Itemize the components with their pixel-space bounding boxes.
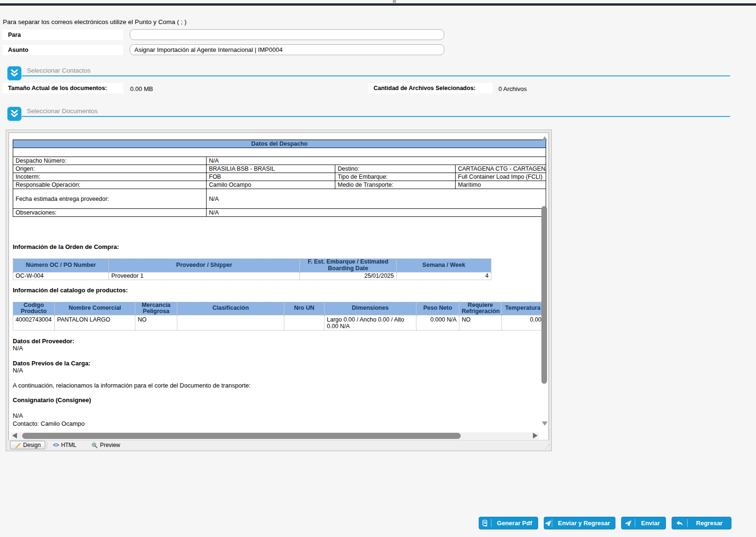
consignatario-contact: Contacto: Camilo Ocampo <box>13 420 548 427</box>
table-cell: Proveedor 1 <box>109 272 300 280</box>
column-header: Número OC / PO Number <box>13 259 109 273</box>
table-cell: 0.000 N/A <box>416 315 459 330</box>
table-cell: BRASILIA BSB - BRASIL <box>207 165 335 173</box>
table-cell: 4 <box>397 272 491 280</box>
code-icon: <> <box>53 442 58 448</box>
table-cell: PANTALON LARGO <box>55 315 135 330</box>
table-cell <box>177 315 284 330</box>
window-edge-artifact <box>393 0 396 3</box>
table-header-row: Codigo Producto Nombre Comercial Mercanc… <box>13 302 544 315</box>
para-field-label: Para <box>2 30 123 40</box>
orden-compra-heading: Información de la Orden de Compra: <box>13 243 548 250</box>
generate-pdf-icon <box>479 519 491 527</box>
table-row: Responsable Operación: Camilo Ocampo Med… <box>13 181 546 189</box>
window-top-edge <box>0 3 756 6</box>
scroll-left-arrow-icon[interactable] <box>12 433 17 438</box>
tab-design[interactable]: Design <box>10 441 45 449</box>
column-header: Temperatura <box>502 302 544 315</box>
table-cell: Fecha estimada entrega proveedor: <box>13 189 207 209</box>
files-count-label: Cantidad de Archivos Selecionados: <box>368 83 493 93</box>
column-header: Clasificación <box>177 302 284 315</box>
proveedor-heading: Datos del Proveedor: <box>13 338 548 345</box>
scroll-down-arrow-icon[interactable] <box>542 421 548 426</box>
consignatario-value: N/A <box>13 412 548 419</box>
email-body-design-surface[interactable]: Datos del Despacho Despacho Número: N/A … <box>8 132 549 440</box>
table-row: Datos del Despacho <box>13 140 546 148</box>
email-separator-instructions: Para separar los correos electrónicos ut… <box>3 18 186 25</box>
documents-section-divider <box>7 116 730 117</box>
button-label: Generar Pdf <box>491 520 538 527</box>
table-row: Observaciones: N/A <box>13 209 546 217</box>
column-header: Requiere Refrigeración <box>459 302 502 315</box>
button-label: Enviar y Regresar <box>552 520 616 527</box>
double-chevron-down-icon[interactable] <box>7 66 22 81</box>
table-cell: Tipo de Embarque: <box>335 173 456 181</box>
proveedor-value: N/A <box>13 345 548 352</box>
table-cell: 40002743004 <box>13 315 55 330</box>
editor-vertical-scrollbar[interactable] <box>541 134 548 430</box>
asunto-input[interactable] <box>130 44 444 55</box>
documents-size-label: Tamaño Actual de los documentos: <box>2 83 123 93</box>
table-cell: Incoterm: <box>13 173 207 181</box>
table-cell: Full Container Load Impo (FCLI) <box>456 173 546 181</box>
carga-heading: Datos Previos de la Carga: <box>13 360 548 367</box>
magnifier-icon <box>91 442 98 448</box>
pencil-icon <box>15 442 21 448</box>
tab-label: HTML <box>61 442 76 448</box>
table-cell: FOB <box>207 173 335 181</box>
email-body-editor: Datos del Despacho Despacho Número: N/A … <box>6 130 552 451</box>
table-cell: Observaciones: <box>13 209 207 217</box>
button-label: Regresar <box>688 520 731 527</box>
editor-mode-tabstrip: Design <> HTML Preview <box>8 440 549 450</box>
despacho-table-title: Datos del Despacho <box>13 140 546 148</box>
table-cell: Despacho Número: <box>13 157 207 165</box>
horizontal-scrollbar-thumb[interactable] <box>22 433 461 439</box>
vertical-scrollbar-thumb[interactable] <box>541 206 547 384</box>
enviar-y-regresar-button[interactable]: Enviar y Regresar <box>544 517 615 529</box>
column-header: Codigo Producto <box>13 302 55 315</box>
table-cell: NO <box>459 315 502 330</box>
tab-preview[interactable]: Preview <box>87 441 125 449</box>
tab-divider <box>47 442 47 449</box>
table-cell: Origen: <box>13 165 207 173</box>
table-cell: Marítimo <box>456 181 546 189</box>
catalogo-heading: Información del catalogo de productos: <box>13 287 548 294</box>
table-header-row: Número OC / PO Number Proveedor / Shippe… <box>13 259 491 273</box>
table-row: Fecha estimada entrega proveedor: N/A <box>13 189 546 209</box>
files-count-value: 0 Archivos <box>498 85 527 92</box>
table-row: Origen: BRASILIA BSB - BRASIL Destino: C… <box>13 165 546 173</box>
scroll-up-arrow-icon[interactable] <box>542 136 548 140</box>
tab-label: Preview <box>100 442 120 448</box>
table-cell: Responsable Operación: <box>13 181 207 189</box>
table-cell: N/A <box>207 157 546 165</box>
double-chevron-glyph <box>10 69 19 78</box>
column-header: Nombre Comercial <box>55 302 135 315</box>
editor-horizontal-scrollbar[interactable] <box>11 432 539 439</box>
para-input[interactable] <box>130 29 444 40</box>
column-header: Mercancía Peligrosa <box>135 302 177 315</box>
table-row: Incoterm: FOB Tipo de Embarque: Full Con… <box>13 173 546 181</box>
asunto-field-label: Asunto <box>2 45 123 55</box>
scroll-right-arrow-icon[interactable] <box>533 433 538 438</box>
table-row: 40002743004 PANTALON LARGO NO Largo 0.00… <box>13 315 544 330</box>
table-row <box>13 148 546 157</box>
table-cell: Destino: <box>335 165 456 173</box>
table-cell: N/A <box>207 189 546 209</box>
generar-pdf-button[interactable]: Generar Pdf <box>479 517 538 529</box>
enviar-button[interactable]: Enviar <box>621 517 666 529</box>
column-header: Nro UN <box>284 302 324 315</box>
contacts-section-label: Seleccionar Contactos <box>27 67 91 74</box>
column-header: F. Est. Embarque / Estimated Boarding Da… <box>300 259 397 273</box>
table-cell: 25/01/2025 <box>300 272 397 280</box>
column-header: Semana / Week <box>397 259 491 273</box>
double-chevron-down-icon[interactable] <box>7 107 22 121</box>
editor-resize-grip[interactable]: ⋰ <box>545 444 550 450</box>
table-cell: Medio de Transporte: <box>335 181 456 189</box>
despacho-table: Datos del Despacho Despacho Número: N/A … <box>13 140 546 217</box>
table-cell: OC-W-004 <box>13 272 109 280</box>
column-header: Peso Neto <box>416 302 459 315</box>
table-cell: CARTAGENA CTG - CARTAGENA <box>456 165 546 173</box>
table-cell: NO <box>135 315 177 330</box>
tab-html[interactable]: <> HTML <box>49 441 81 449</box>
regresar-button[interactable]: Regresar <box>672 517 731 529</box>
